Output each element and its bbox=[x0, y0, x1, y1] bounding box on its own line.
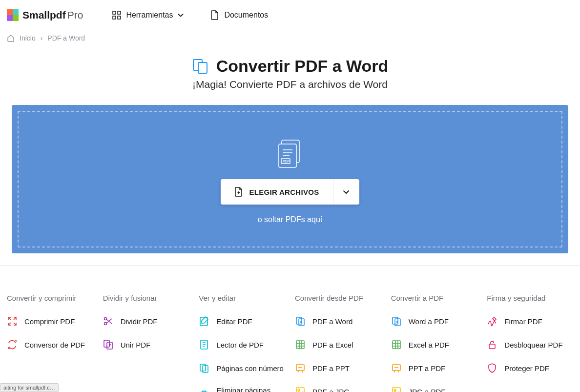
ppt-icon bbox=[295, 363, 306, 373]
svg-rect-1 bbox=[118, 11, 121, 14]
hero: Convertir PDF a Word ¡Magia! Convierte P… bbox=[0, 52, 580, 105]
tool-link[interactable]: JPG a PDF bbox=[391, 386, 477, 392]
tool-column: Convertir desde PDFPDF a WordPDF a Excel… bbox=[295, 294, 381, 392]
grid-icon bbox=[112, 11, 121, 20]
tool-link[interactable]: Firmar PDF bbox=[487, 316, 573, 327]
tool-label: Proteger PDF bbox=[504, 364, 549, 372]
tool-link[interactable]: Desbloquear PDF bbox=[487, 339, 573, 350]
tool-link[interactable]: Proteger PDF bbox=[487, 363, 573, 373]
home-icon bbox=[7, 34, 15, 42]
tools-grid: Convertir y comprimirComprimir PDFConver… bbox=[0, 266, 580, 392]
nav-tools[interactable]: Herramientas bbox=[112, 11, 184, 20]
chevron-down-icon bbox=[178, 13, 184, 17]
choose-files-label: ELEGIR ARCHIVOS bbox=[249, 188, 319, 196]
svg-rect-23 bbox=[296, 341, 304, 349]
doc-icon bbox=[295, 316, 306, 327]
protect-icon bbox=[487, 363, 497, 373]
tool-label: PPT a PDF bbox=[409, 364, 446, 372]
tool-column: Dividir y fusionarDividir PDFUnir PDF bbox=[103, 294, 189, 392]
tool-link[interactable]: PPT a PDF bbox=[391, 363, 477, 373]
drop-hint: o soltar PDFs aquí bbox=[19, 215, 561, 224]
tool-link[interactable]: Editar PDF bbox=[199, 316, 285, 327]
tool-link[interactable]: Páginas con número bbox=[199, 363, 285, 373]
logo-icon bbox=[7, 9, 19, 21]
tool-column: Firma y seguridadFirmar PDFDesbloquear P… bbox=[487, 294, 573, 392]
xls-icon bbox=[295, 339, 306, 350]
choose-dropdown-button[interactable] bbox=[333, 179, 359, 205]
tool-link[interactable]: Lector de PDF bbox=[199, 339, 285, 350]
tool-label: PDF a Word bbox=[312, 317, 352, 326]
page-title: Convertir PDF a Word bbox=[216, 57, 389, 76]
tool-label: Editar PDF bbox=[216, 317, 252, 326]
svg-rect-33 bbox=[489, 344, 495, 349]
tool-link[interactable]: Excel a PDF bbox=[391, 339, 477, 350]
convert-icon bbox=[7, 339, 18, 350]
choose-file-group: ELEGIR ARCHIVOS bbox=[221, 179, 359, 205]
edit-icon bbox=[199, 316, 209, 327]
logo-name: Smallpdf bbox=[22, 9, 66, 21]
xls-icon bbox=[391, 339, 402, 350]
breadcrumb-sep: › bbox=[41, 34, 43, 42]
column-title: Convertir desde PDF bbox=[295, 294, 381, 302]
tool-label: JPG a PDF bbox=[409, 388, 446, 392]
tool-column: Convertir a PDFWord a PDFExcel a PDFPPT … bbox=[391, 294, 477, 392]
tool-link[interactable]: PDF a Excel bbox=[295, 339, 381, 350]
logo-suffix: Pro bbox=[67, 9, 83, 21]
tool-label: Unir PDF bbox=[121, 341, 151, 349]
tool-label: Desbloquear PDF bbox=[504, 341, 562, 349]
tool-column: Ver y editarEditar PDFLector de PDFPágin… bbox=[199, 294, 285, 392]
tool-label: PDF a PPT bbox=[312, 364, 350, 372]
dropzone-inner: PDF ELEGIR ARCHIVOS o soltar PDFs aquí bbox=[18, 111, 562, 248]
column-title: Convertir a PDF bbox=[391, 294, 477, 302]
tool-link[interactable]: Word a PDF bbox=[391, 316, 477, 327]
svg-text:PDF: PDF bbox=[283, 160, 290, 163]
unlock-icon bbox=[487, 339, 497, 350]
tool-label: Dividir PDF bbox=[121, 317, 158, 326]
split-icon bbox=[103, 316, 114, 327]
svg-point-32 bbox=[394, 389, 396, 391]
tool-column: Convertir y comprimirComprimir PDFConver… bbox=[7, 294, 93, 392]
reader-icon bbox=[199, 339, 209, 350]
breadcrumb-home[interactable]: Inicio bbox=[20, 34, 36, 42]
column-title: Firma y seguridad bbox=[487, 294, 573, 302]
choose-files-button[interactable]: ELEGIR ARCHIVOS bbox=[221, 179, 332, 205]
column-title: Dividir y fusionar bbox=[103, 294, 189, 302]
tool-label: Firmar PDF bbox=[504, 317, 542, 326]
tool-link[interactable]: Eliminar páginas PDF bbox=[199, 386, 285, 392]
column-title: Ver y editar bbox=[199, 294, 285, 302]
svg-rect-3 bbox=[118, 16, 121, 19]
column-title: Convertir y comprimir bbox=[7, 294, 93, 302]
tool-link[interactable]: Unir PDF bbox=[103, 339, 189, 350]
tool-link[interactable]: PDF a PPT bbox=[295, 363, 381, 373]
tool-link[interactable]: PDF a JPG bbox=[295, 386, 381, 392]
tool-link[interactable]: Conversor de PDF bbox=[7, 339, 93, 350]
logo[interactable]: SmallpdfPro bbox=[7, 9, 83, 21]
tool-label: PDF a Excel bbox=[312, 341, 353, 349]
nav-documents[interactable]: Documentos bbox=[210, 11, 268, 20]
merge-icon bbox=[103, 339, 114, 350]
delete-icon bbox=[199, 389, 209, 392]
tool-label: Páginas con número bbox=[216, 364, 284, 372]
doc-icon bbox=[391, 316, 402, 327]
pdf-stack-icon: PDF bbox=[276, 139, 304, 168]
upload-icon bbox=[234, 187, 243, 197]
document-icon bbox=[210, 11, 219, 20]
svg-rect-5 bbox=[198, 62, 207, 73]
ppt-icon bbox=[391, 363, 402, 373]
dropzone[interactable]: PDF ELEGIR ARCHIVOS o soltar PDFs aquí bbox=[12, 105, 568, 253]
browser-status: aiting for smallpdf.c… bbox=[0, 383, 59, 392]
jpg-icon bbox=[391, 386, 402, 392]
tool-label: Comprimir PDF bbox=[24, 317, 75, 326]
tool-link[interactable]: Dividir PDF bbox=[103, 316, 189, 327]
breadcrumb-current: PDF a Word bbox=[47, 34, 85, 42]
tool-link[interactable]: PDF a Word bbox=[295, 316, 381, 327]
compress-icon bbox=[7, 316, 18, 327]
chevron-down-icon bbox=[343, 190, 350, 194]
jpg-icon bbox=[295, 386, 306, 392]
tool-label: Eliminar páginas PDF bbox=[216, 386, 285, 392]
tool-label: Excel a PDF bbox=[409, 341, 449, 349]
tool-link[interactable]: Comprimir PDF bbox=[7, 316, 93, 327]
page-subtitle: ¡Magia! Convierte PDF a archivos de Word bbox=[0, 79, 580, 90]
svg-rect-29 bbox=[393, 341, 400, 349]
header: SmallpdfPro Herramientas Documentos bbox=[0, 0, 580, 30]
